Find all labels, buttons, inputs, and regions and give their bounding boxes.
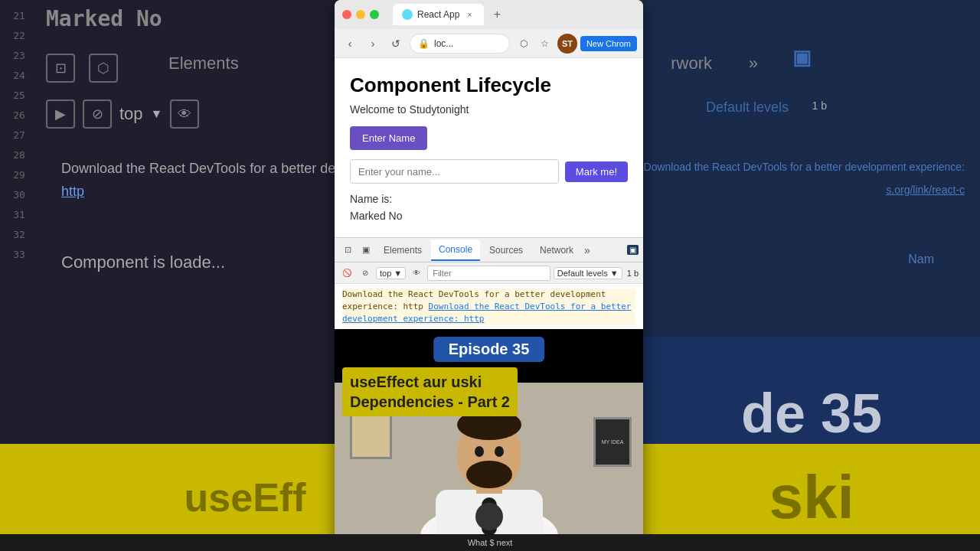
svg-point-6 <box>475 446 484 457</box>
console-line-1: Download the React DevTools for a better… <box>342 289 635 325</box>
tab-react-app[interactable]: React App × <box>393 4 484 25</box>
devtools-inspect-icon[interactable]: ⊡ <box>339 242 356 259</box>
line-22: 22 <box>0 28 38 44</box>
bg-network-text: rwork <box>671 54 712 73</box>
line-23: 23 <box>0 47 38 64</box>
default-levels-select[interactable]: Default levels ▼ <box>554 267 622 279</box>
bg-badge: ▣ <box>792 46 812 70</box>
bg-right-name: Nam <box>908 253 934 266</box>
mark-button[interactable]: Mark me! <box>565 161 628 182</box>
app-content: Component Lifecycle Welcome to Studytoni… <box>335 58 643 237</box>
bg-right-yellow-text: ski <box>769 462 854 533</box>
episode-badge: Episode 35 <box>433 337 545 362</box>
line-26: 26 <box>0 107 38 124</box>
default-levels-arrow: ▼ <box>610 269 619 278</box>
tab-sources[interactable]: Sources <box>482 240 531 261</box>
bg-elements-text: Elements <box>168 54 239 73</box>
top-context-select[interactable]: top ▼ <box>376 267 406 279</box>
devtools-device-icon[interactable]: ▣ <box>358 242 374 259</box>
line-24: 24 <box>0 67 38 84</box>
line-31: 31 <box>0 207 38 223</box>
tab-elements[interactable]: Elements <box>376 240 430 261</box>
default-levels-label: Default levels <box>557 269 608 278</box>
filter-input[interactable] <box>427 266 550 281</box>
bg-marked-no-text: Marked No <box>46 6 162 31</box>
line-27: 27 <box>0 127 38 144</box>
video-title-line1: useEffect aur uski <box>350 372 510 392</box>
devtools-badge: ▣ <box>627 245 639 255</box>
line-30: 30 <box>0 187 38 204</box>
tab-favicon <box>402 9 413 20</box>
name-input[interactable] <box>350 159 559 184</box>
tab-close-btn[interactable]: × <box>464 9 475 20</box>
bg-default-levels: Default levels <box>706 99 789 116</box>
app-subtitle: Welcome to Studytonight <box>350 103 628 116</box>
tab-network[interactable]: Network <box>532 240 581 261</box>
devtools-toolbar: 🚫 ⊘ top ▼ 👁 Default levels ▼ 1 b <box>335 262 643 284</box>
forward-button[interactable]: › <box>364 34 382 53</box>
bg-level-arrow: 1 b <box>812 99 827 112</box>
bg-top-arrow: ▼ <box>151 107 163 121</box>
bg-eye-icon: 👁 <box>170 99 199 129</box>
back-button[interactable]: ‹ <box>341 34 359 53</box>
bg-react-link: http <box>61 184 84 200</box>
line-32: 32 <box>0 227 38 243</box>
refresh-button[interactable]: ↺ <box>387 34 405 53</box>
bg-right-react: Download the React DevTools for a better… <box>644 161 965 173</box>
minimize-button-yellow[interactable] <box>356 10 365 19</box>
line-25: 25 <box>0 87 38 104</box>
frame-text: MY IDEA <box>602 439 624 445</box>
filter-icon[interactable]: ⊘ <box>358 266 373 281</box>
bg-top-row: ▶ ⊘ top ▼ 👁 <box>46 99 199 129</box>
bg-top-text: top <box>119 104 143 124</box>
bg-icon-1: ⊡ <box>46 54 75 83</box>
video-title-line2: Dependencies - Part 2 <box>350 392 510 412</box>
lock-icon: 🔒 <box>418 38 430 49</box>
wall-frame-right: MY IDEA <box>593 417 632 467</box>
traffic-lights <box>342 10 379 19</box>
app-title: Component Lifecycle <box>350 73 628 97</box>
tab-console[interactable]: Console <box>431 240 480 261</box>
name-is-label: Name is: <box>350 193 628 205</box>
maximize-button-green[interactable] <box>370 10 379 19</box>
devtools-tabs: ⊡ ▣ Elements Console Sources Network » ▣ <box>335 238 643 262</box>
bookmark-btn[interactable]: ☆ <box>536 34 554 53</box>
line-28: 28 <box>0 147 38 164</box>
close-button-red[interactable] <box>342 10 351 19</box>
bg-episode-right-text: de 35 <box>741 382 882 445</box>
title-bar: React App × + <box>335 0 643 29</box>
bg-component-loaded: Component is loade... <box>61 253 225 272</box>
tab-title: React App <box>417 9 459 20</box>
bg-play-icon: ▶ <box>46 99 75 129</box>
address-text: loc... <box>434 38 453 49</box>
bg-no-icon: ⊘ <box>83 99 112 129</box>
line-21: 21 <box>0 8 38 24</box>
bg-arrows: » <box>749 54 758 73</box>
address-bar[interactable]: 🔒 loc... <box>410 34 510 54</box>
bg-icons-row: ⊡ ⬡ <box>46 54 118 83</box>
top-label: top <box>380 269 391 278</box>
nav-icons-right: ⬡ ☆ ST New Chrom <box>514 34 637 54</box>
svg-point-5 <box>466 461 512 488</box>
clear-console-icon[interactable]: 🚫 <box>339 266 354 281</box>
whats-next-bar: What $ next <box>0 534 980 551</box>
bg-right-link: s.org/link/react-c <box>886 184 965 196</box>
enter-name-button[interactable]: Enter Name <box>350 126 427 150</box>
eye-icon[interactable]: 👁 <box>409 266 424 281</box>
more-tabs-btn[interactable]: » <box>584 244 590 256</box>
video-overlay: MY IDEA Episode 35 useEffect aur uski De… <box>335 329 643 551</box>
profile-button[interactable]: ST <box>557 34 577 54</box>
console-count: 1 b <box>627 269 639 278</box>
svg-point-7 <box>495 446 504 457</box>
bg-icon-2: ⬡ <box>89 54 118 83</box>
video-title-overlay: useEffect aur uski Dependencies - Part 2 <box>342 367 518 416</box>
extensions-btn[interactable]: ⬡ <box>514 34 533 53</box>
top-arrow: ▼ <box>394 269 402 278</box>
tab-area: React App × + <box>393 4 635 25</box>
new-chrome-button[interactable]: New Chrom <box>580 36 637 51</box>
marked-no-label: Marked No <box>350 210 628 222</box>
new-tab-button[interactable]: + <box>487 5 507 24</box>
nav-bar: ‹ › ↺ 🔒 loc... ⬡ ☆ ST New Chrom <box>335 29 643 58</box>
line-33: 33 <box>0 246 38 263</box>
input-row: Mark me! <box>350 159 628 184</box>
